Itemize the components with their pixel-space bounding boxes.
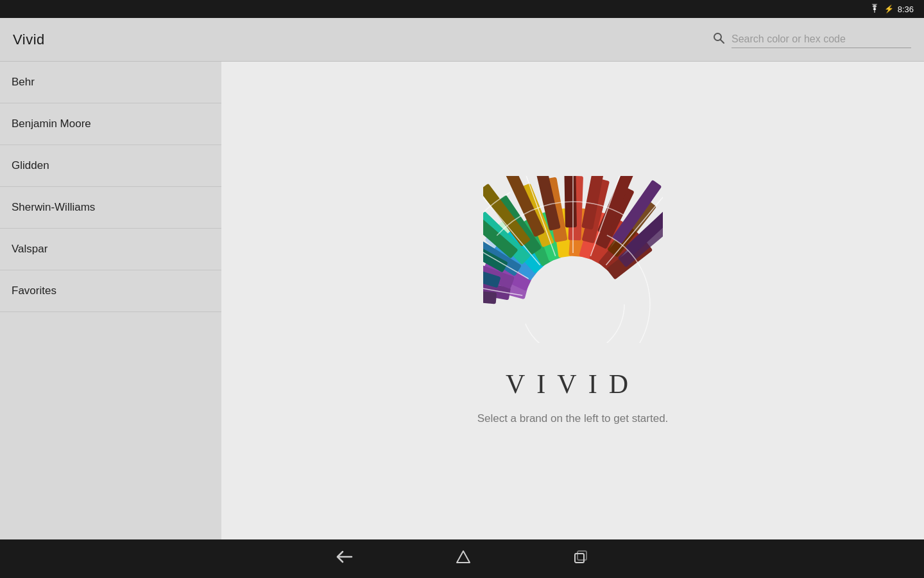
- app-container: Vivid Behr Benjamin Moore Glidden Sherwi…: [0, 18, 924, 539]
- toolbar: Vivid: [0, 18, 924, 62]
- color-fan: [483, 176, 663, 343]
- app-title: Vivid: [13, 31, 45, 48]
- subtitle: Select a brand on the left to get starte…: [477, 412, 669, 425]
- main-area: Behr Benjamin Moore Glidden Sherwin-Will…: [0, 62, 924, 539]
- svg-rect-56: [578, 551, 586, 560]
- nav-bar: [0, 539, 924, 578]
- svg-marker-54: [457, 551, 470, 563]
- recent-apps-icon[interactable]: [574, 550, 588, 568]
- svg-line-1: [721, 40, 724, 44]
- search-icon: [712, 31, 725, 48]
- sidebar-item-valspar[interactable]: Valspar: [0, 229, 221, 270]
- status-icons: ⚡ 8:36: [869, 4, 914, 15]
- search-input[interactable]: [732, 31, 911, 48]
- battery-icon: ⚡: [884, 4, 894, 13]
- sidebar-item-benjamin-moore[interactable]: Benjamin Moore: [0, 103, 221, 145]
- content-area: VIVID Select a brand on the left to get …: [221, 62, 924, 539]
- sidebar-item-behr[interactable]: Behr: [0, 62, 221, 103]
- sidebar: Behr Benjamin Moore Glidden Sherwin-Will…: [0, 62, 221, 539]
- back-icon[interactable]: [336, 550, 353, 567]
- status-time: 8:36: [898, 4, 914, 14]
- brand-logo: VIVID: [506, 369, 640, 399]
- sidebar-item-favorites[interactable]: Favorites: [0, 270, 221, 312]
- sidebar-item-glidden[interactable]: Glidden: [0, 145, 221, 187]
- toolbar-search: [712, 31, 911, 48]
- status-bar: ⚡ 8:36: [0, 0, 924, 18]
- svg-rect-55: [575, 554, 584, 563]
- wifi-icon: [869, 4, 880, 15]
- sidebar-item-sherwin-williams[interactable]: Sherwin-Williams: [0, 187, 221, 229]
- home-icon[interactable]: [456, 550, 471, 568]
